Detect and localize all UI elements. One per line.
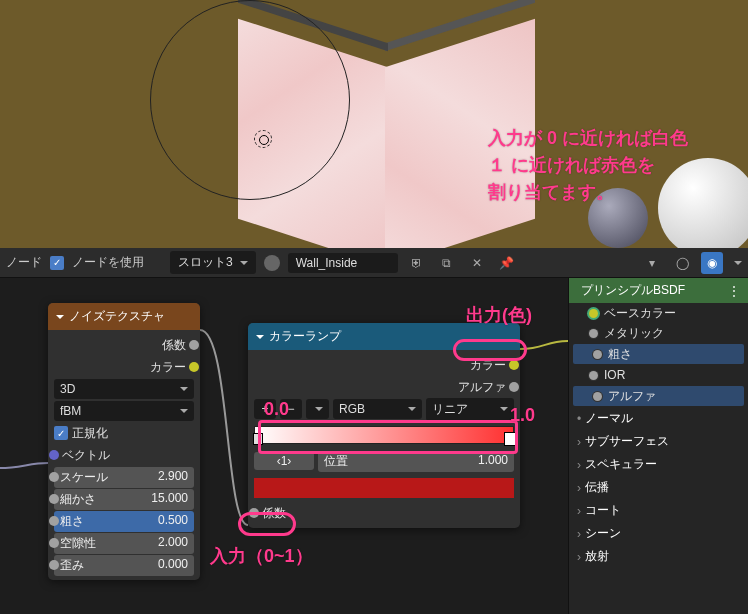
bsdf-header[interactable]: プリンシプルBSDF⋮ bbox=[569, 278, 748, 303]
node-noise-texture[interactable]: ノイズテクスチャ 係数 カラー 3D fBM ✓正規化 ベクトル スケール2.9… bbox=[48, 303, 200, 580]
bsdf-normal[interactable]: •ノーマル bbox=[569, 407, 748, 430]
properties-sidebar: プリンシプルBSDF⋮ ベースカラー メタリック 粗さ IOR アルファ •ノー… bbox=[568, 278, 748, 614]
bsdf-metallic[interactable]: メタリック bbox=[569, 323, 748, 343]
bsdf-subsurface[interactable]: ›サブサーフェス bbox=[569, 430, 748, 453]
copy-icon[interactable]: ⧉ bbox=[436, 252, 458, 274]
ramp-interp-dropdown[interactable]: RGB bbox=[333, 399, 422, 419]
use-nodes-checkbox[interactable]: ✓ bbox=[50, 256, 64, 270]
bsdf-emission[interactable]: ›放射 bbox=[569, 545, 748, 568]
noise-roughness-slider[interactable]: 粗さ0.500 bbox=[54, 511, 194, 532]
node-editor-header: ノード ✓ ノードを使用 スロット3 Wall_Inside ⛨ ⧉ ✕ 📌 ▾… bbox=[0, 248, 748, 278]
noise-type-dropdown[interactable]: fBM bbox=[54, 401, 194, 421]
influence-circle bbox=[150, 0, 350, 200]
material-icon[interactable] bbox=[264, 255, 280, 271]
bsdf-coat[interactable]: ›コート bbox=[569, 499, 748, 522]
bsdf-base-color[interactable]: ベースカラー bbox=[569, 303, 748, 323]
noise-scale-slider[interactable]: スケール2.900 bbox=[54, 467, 194, 488]
annotation-input-range: 入力（0~1） bbox=[210, 543, 313, 570]
use-nodes-label: ノードを使用 bbox=[72, 254, 144, 271]
ramp-ease-dropdown[interactable]: リニア bbox=[426, 398, 515, 421]
annotation-box-gradient bbox=[258, 420, 518, 454]
annotation-viewport: 入力が 0 に近ければ白色 １ に近ければ赤色を 割り当てます。 bbox=[488, 125, 688, 206]
ramp-color-swatch[interactable] bbox=[254, 478, 514, 498]
header-node-label: ノード bbox=[6, 254, 42, 271]
bsdf-sheen[interactable]: ›シーン bbox=[569, 522, 748, 545]
material-name-field[interactable]: Wall_Inside bbox=[288, 253, 398, 273]
bsdf-roughness[interactable]: 粗さ bbox=[573, 344, 744, 364]
bsdf-transmission[interactable]: ›伝播 bbox=[569, 476, 748, 499]
unlink-icon[interactable]: ✕ bbox=[466, 252, 488, 274]
annotation-box-fac-in bbox=[238, 512, 296, 536]
pin-icon[interactable]: 📌 bbox=[496, 252, 518, 274]
socket-in-vector: ベクトル bbox=[54, 444, 194, 466]
annotation-one: 1.0 bbox=[510, 402, 535, 429]
ramp-stop-index[interactable]: ‹1› bbox=[254, 452, 314, 470]
bsdf-alpha[interactable]: アルファ bbox=[573, 386, 744, 406]
annotation-output-color: 出力(色) bbox=[466, 302, 532, 329]
annotation-box-color-out bbox=[453, 339, 527, 361]
shading-icon[interactable]: ◉ bbox=[701, 252, 723, 274]
noise-distortion-slider[interactable]: 歪み0.000 bbox=[54, 555, 194, 576]
node-editor[interactable]: ノイズテクスチャ 係数 カラー 3D fBM ✓正規化 ベクトル スケール2.9… bbox=[0, 278, 748, 614]
noise-normalize-checkbox[interactable]: ✓正規化 bbox=[54, 422, 194, 444]
ramp-menu-button[interactable] bbox=[306, 399, 329, 419]
annotation-zero: 0.0 bbox=[264, 396, 289, 423]
socket-out-color: カラー bbox=[54, 356, 194, 378]
bsdf-ior[interactable]: IOR bbox=[569, 365, 748, 385]
overlay-icon[interactable]: ◯ bbox=[671, 252, 693, 274]
noise-lacunarity-slider[interactable]: 空隙性2.000 bbox=[54, 533, 194, 554]
noise-dimensions-dropdown[interactable]: 3D bbox=[54, 379, 194, 399]
socket-out-fac: 係数 bbox=[54, 334, 194, 356]
socket-out-ramp-alpha: アルファ bbox=[254, 376, 514, 398]
filter-icon[interactable]: ▾ bbox=[641, 252, 663, 274]
slot-dropdown[interactable]: スロット3 bbox=[170, 251, 256, 274]
noise-detail-slider[interactable]: 細かさ15.000 bbox=[54, 489, 194, 510]
chevron-down-icon[interactable] bbox=[731, 256, 742, 270]
bsdf-specular[interactable]: ›スペキュラー bbox=[569, 453, 748, 476]
viewport-3d[interactable]: 入力が 0 に近ければ白色 １ に近ければ赤色を 割り当てます。 bbox=[0, 0, 748, 248]
shield-icon[interactable]: ⛨ bbox=[406, 252, 428, 274]
cursor-3d bbox=[254, 130, 272, 148]
node-header-noise[interactable]: ノイズテクスチャ bbox=[48, 303, 200, 330]
